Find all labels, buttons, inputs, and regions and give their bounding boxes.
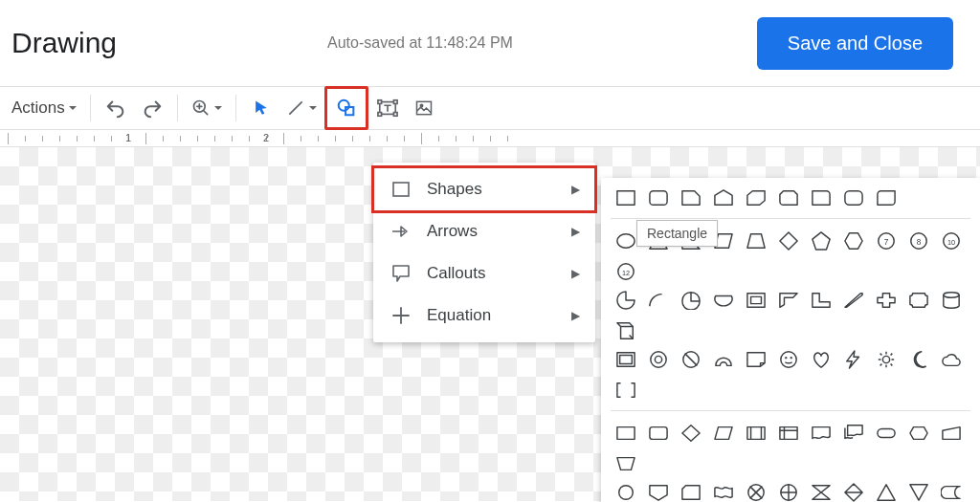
- shape-smiley[interactable]: [777, 349, 800, 370]
- shape-sun[interactable]: [875, 349, 898, 370]
- shape-flowchart-card[interactable]: [679, 482, 702, 502]
- svg-rect-34: [617, 427, 635, 440]
- shape-cloud[interactable]: [940, 349, 963, 370]
- shape-diamond[interactable]: [777, 230, 800, 251]
- svg-text:10: 10: [947, 238, 955, 247]
- undo-button[interactable]: [99, 91, 133, 125]
- toolbar: Actions: [0, 86, 980, 130]
- shape-flowchart-connector[interactable]: [614, 482, 637, 502]
- shape-flowchart-manual-input[interactable]: [940, 423, 963, 444]
- svg-point-33: [882, 356, 889, 362]
- shape-moon[interactable]: [907, 349, 930, 370]
- save-and-close-button[interactable]: Save and Close: [757, 17, 953, 70]
- shape-half-frame[interactable]: [777, 290, 800, 311]
- shape-block-arc[interactable]: [712, 349, 735, 370]
- horizontal-ruler: (function(){ var r=document.currentScrip…: [0, 130, 980, 147]
- shape-round-single-corner[interactable]: [810, 187, 833, 208]
- shape-tool-button[interactable]: [329, 91, 364, 125]
- svg-rect-36: [747, 427, 765, 440]
- image-tool-button[interactable]: [407, 91, 441, 125]
- shape-tool-highlight: [324, 86, 368, 130]
- shape-cube[interactable]: [614, 320, 637, 341]
- line-tool-button[interactable]: [280, 91, 323, 125]
- menu-item-equation[interactable]: Equation ▶: [373, 295, 595, 337]
- shape-flowchart-process[interactable]: [614, 423, 637, 444]
- shape-octagon[interactable]: 8: [907, 230, 930, 251]
- shape-teardrop[interactable]: [679, 290, 702, 311]
- shape-l-shape[interactable]: [810, 290, 833, 311]
- shape-flowchart-predefined[interactable]: [745, 423, 768, 444]
- shape-trapezoid[interactable]: [745, 230, 768, 251]
- svg-rect-7: [416, 101, 431, 114]
- shape-ellipse[interactable]: [614, 230, 637, 251]
- palette-divider: [611, 410, 970, 411]
- shape-frame[interactable]: [745, 290, 768, 311]
- shape-flowchart-document[interactable]: [810, 423, 833, 444]
- svg-point-8: [420, 104, 423, 107]
- shape-snip-corner-rect[interactable]: [679, 187, 702, 208]
- shape-pie[interactable]: [614, 290, 637, 311]
- shape-can[interactable]: [940, 290, 963, 311]
- shape-double-bracket[interactable]: [614, 380, 637, 401]
- svg-point-24: [944, 293, 959, 297]
- shape-flowchart-multidoc[interactable]: [842, 423, 865, 444]
- shape-flowchart-merge[interactable]: [907, 482, 930, 502]
- shape-flowchart-collate[interactable]: [810, 482, 833, 502]
- shape-flowchart-preparation[interactable]: [907, 423, 930, 444]
- svg-rect-22: [747, 294, 765, 308]
- redo-button[interactable]: [135, 91, 169, 125]
- shape-dodecagon[interactable]: 12: [614, 261, 637, 282]
- shape-snip-diag-rect[interactable]: [745, 187, 768, 208]
- select-tool-button[interactable]: [244, 91, 278, 125]
- shape-snip-round-rect[interactable]: [777, 187, 800, 208]
- shape-flowchart-stored-data[interactable]: [940, 482, 963, 502]
- shape-flowchart-terminator[interactable]: [875, 423, 898, 444]
- shape-pentagon[interactable]: [810, 230, 833, 251]
- shape-rounded-rectangle[interactable]: [647, 187, 670, 208]
- svg-point-30: [781, 352, 796, 367]
- shape-round-same-side[interactable]: [842, 187, 865, 208]
- shape-heptagon[interactable]: 7: [875, 230, 898, 251]
- arrow-icon: [389, 225, 413, 238]
- shape-flowchart-tape[interactable]: [712, 482, 735, 502]
- shape-flowchart-manual-op[interactable]: [614, 453, 637, 474]
- shape-no-symbol[interactable]: [679, 349, 702, 370]
- shape-home-plate[interactable]: [712, 187, 735, 208]
- shape-flowchart-alt-process[interactable]: [647, 423, 670, 444]
- shape-heart[interactable]: [810, 349, 833, 370]
- shape-category-menu: Shapes ▶ Arrows ▶ Callouts ▶ Equation ▶: [373, 163, 595, 342]
- shape-flowchart-sort[interactable]: [842, 482, 865, 502]
- shape-diag-stripe[interactable]: [842, 290, 865, 311]
- shape-flowchart-summing[interactable]: [745, 482, 768, 502]
- menu-item-callouts[interactable]: Callouts ▶: [373, 252, 595, 295]
- shape-flowchart-offpage[interactable]: [647, 482, 670, 502]
- shape-rectangle[interactable]: [614, 187, 637, 208]
- shape-flowchart-decision[interactable]: [679, 423, 702, 444]
- shape-bevel[interactable]: [614, 349, 637, 370]
- menu-item-arrows[interactable]: Arrows ▶: [373, 210, 595, 252]
- shape-donut[interactable]: [647, 349, 670, 370]
- shape-chord[interactable]: [712, 290, 735, 311]
- textbox-tool-button[interactable]: [370, 91, 405, 125]
- page-title: Drawing: [11, 27, 117, 59]
- cursor-icon: [252, 98, 271, 118]
- shape-round-diag[interactable]: [875, 187, 898, 208]
- ruler-mark: 2: [263, 132, 269, 143]
- shape-flowchart-or[interactable]: [777, 482, 800, 502]
- shape-cross[interactable]: [875, 290, 898, 311]
- shape-plaque[interactable]: [907, 290, 930, 311]
- shape-lightning[interactable]: [842, 349, 865, 370]
- shape-hexagon[interactable]: [842, 230, 865, 251]
- zoom-button[interactable]: [186, 91, 228, 125]
- shape-flowchart-internal-storage[interactable]: [777, 423, 800, 444]
- menu-label: Shapes: [427, 180, 482, 199]
- shape-arc[interactable]: [647, 290, 670, 311]
- menu-item-shapes[interactable]: Shapes ▶: [373, 168, 595, 210]
- shape-flowchart-data[interactable]: [712, 423, 735, 444]
- rectangle-icon: [389, 182, 413, 197]
- actions-menu-button[interactable]: Actions: [6, 91, 82, 125]
- shape-folded-corner[interactable]: [745, 349, 768, 370]
- shape-tooltip: Rectangle: [636, 220, 718, 247]
- shape-flowchart-extract[interactable]: [875, 482, 898, 502]
- shape-decagon[interactable]: 10: [940, 230, 963, 251]
